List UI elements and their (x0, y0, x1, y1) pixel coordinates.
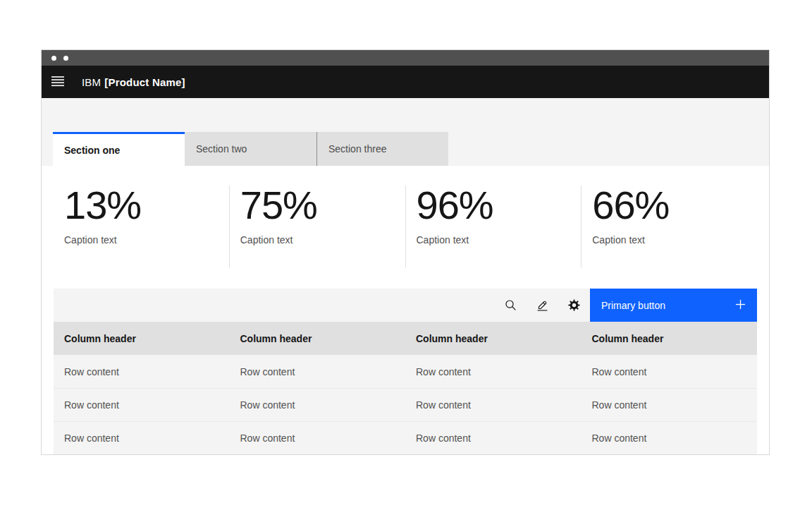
tab-bar: Section one Section two Section three (42, 98, 769, 166)
table-cell: Row content (405, 366, 582, 377)
toolbar-spacer (54, 289, 495, 322)
table-cell: Row content (582, 399, 758, 411)
table-header-row: Column header Column header Column heade… (54, 322, 757, 355)
edit-icon (536, 298, 549, 312)
tab-section-two[interactable]: Section two (185, 132, 316, 166)
app-window: IBM [Product Name] Section one Section t… (41, 49, 770, 455)
tab-label: Section three (328, 143, 387, 155)
primary-button-label: Primary button (601, 300, 665, 311)
table-cell: Row content (54, 399, 230, 411)
page: IBM [Product Name] Section one Section t… (0, 0, 812, 508)
metric-card: 96% Caption text (405, 186, 582, 267)
metric-value: 66% (592, 186, 757, 225)
table-cell: Row content (582, 433, 758, 444)
metric-card: 66% Caption text (581, 186, 757, 267)
table-cell: Row content (582, 366, 758, 377)
table-row: Row content Row content Row content Row … (54, 421, 757, 454)
app-header: IBM [Product Name] (42, 66, 769, 98)
search-button[interactable] (495, 289, 527, 322)
table-toolbar: Primary button (54, 289, 757, 322)
column-header: Column header (54, 333, 230, 344)
table-row: Row content Row content Row content Row … (54, 388, 757, 421)
settings-icon (567, 298, 581, 312)
window-control-dot[interactable] (51, 56, 56, 61)
metric-caption: Caption text (592, 234, 757, 246)
metric-value: 13% (64, 186, 229, 225)
metric-caption: Caption text (417, 234, 582, 246)
column-header: Column header (582, 333, 758, 344)
column-header: Column header (230, 333, 406, 344)
table-cell: Row content (405, 399, 582, 411)
table-cell: Row content (230, 433, 406, 444)
page-title: IBM [Product Name] (82, 76, 185, 88)
window-titlebar (42, 50, 769, 66)
metric-card: 13% Caption text (54, 186, 229, 267)
table-cell: Row content (230, 366, 406, 377)
hamburger-menu-icon (51, 75, 64, 89)
metric-value: 96% (417, 186, 582, 225)
metrics-row: 13% Caption text 75% Caption text 96% Ca… (54, 166, 757, 267)
menu-button[interactable] (42, 66, 74, 98)
tab-label: Section two (196, 143, 247, 155)
primary-button[interactable]: Primary button (590, 289, 757, 322)
table-cell: Row content (230, 399, 406, 411)
plus-icon (735, 299, 746, 312)
edit-button[interactable] (527, 289, 558, 322)
window-control-dot[interactable] (63, 56, 68, 61)
app-body: Section one Section two Section three 13… (42, 98, 769, 454)
table-cell: Row content (405, 433, 582, 444)
search-icon (504, 298, 517, 312)
tab-section-one[interactable]: Section one (53, 132, 185, 166)
tab-section-three[interactable]: Section three (316, 132, 448, 166)
column-header: Column header (405, 333, 582, 344)
metric-caption: Caption text (240, 234, 405, 246)
tab-label: Section one (64, 145, 120, 156)
brand-name: IBM (82, 76, 101, 88)
data-table: Column header Column header Column heade… (54, 322, 757, 454)
product-name: [Product Name] (104, 76, 185, 88)
metric-value: 75% (240, 186, 405, 225)
metric-caption: Caption text (64, 234, 229, 246)
table-cell: Row content (54, 366, 230, 377)
tab-panel: 13% Caption text 75% Caption text 96% Ca… (42, 166, 769, 454)
table-row: Row content Row content Row content Row … (54, 355, 757, 388)
settings-button[interactable] (558, 289, 590, 322)
table-cell: Row content (54, 433, 230, 444)
metric-card: 75% Caption text (229, 186, 405, 267)
